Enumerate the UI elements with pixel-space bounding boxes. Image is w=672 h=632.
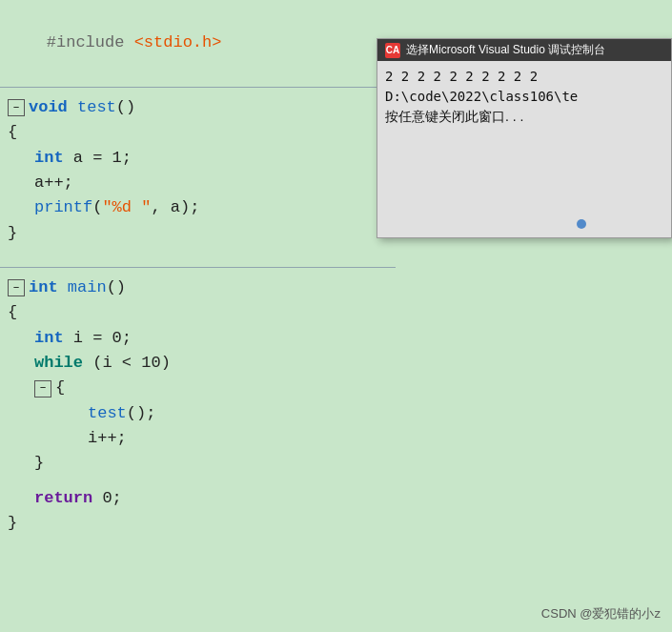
section-divider-2 — [0, 267, 396, 268]
i-increment-line: i++; — [0, 426, 396, 451]
printf-call-line: printf("%d ", a); — [0, 195, 396, 220]
main-brace-close: } — [0, 511, 396, 536]
console-window[interactable]: CA 选择Microsoft Visual Studio 调试控制台 2 2 2… — [377, 38, 672, 238]
console-body: 2 2 2 2 2 2 2 2 2 2 D:\code\2022\class10… — [377, 61, 671, 237]
include-line: #include <stdio.h> — [0, 10, 396, 79]
return-stmt-line: return 0; — [0, 486, 396, 511]
console-output-prompt: 按任意键关闭此窗口. . . — [385, 107, 663, 127]
section-divider-1 — [0, 87, 396, 88]
int-i-decl-line: int i = 0; — [0, 326, 396, 351]
collapse-marker-while[interactable]: − — [34, 380, 51, 398]
console-output-path: D:\code\2022\class106\te — [385, 87, 663, 107]
collapse-marker-void[interactable]: − — [8, 99, 25, 116]
collapse-marker-main[interactable]: − — [8, 279, 25, 296]
while-brace-close: } — [0, 451, 396, 476]
main-brace-open: { — [0, 300, 396, 325]
a-increment-line: a++; — [0, 171, 396, 195]
console-icon: CA — [385, 43, 400, 58]
console-titlebar: CA 选择Microsoft Visual Studio 调试控制台 — [377, 39, 671, 61]
mouse-cursor — [577, 219, 586, 229]
int-a-decl-line: int a = 1; — [0, 146, 396, 171]
watermark: CSDN @爱犯错的小z — [541, 605, 661, 622]
console-title: 选择Microsoft Visual Studio 调试控制台 — [406, 42, 605, 58]
test-call-line: test(); — [0, 401, 396, 426]
console-output-numbers: 2 2 2 2 2 2 2 2 2 2 — [385, 67, 663, 87]
code-editor: #include <stdio.h> − void test() { int a… — [0, 0, 396, 632]
while-stmt-line: while (i < 10) — [0, 351, 396, 376]
void-brace-close: } — [0, 221, 396, 246]
main-func-header-line: − int main() — [0, 275, 396, 300]
void-func-header-line: − void test() — [0, 95, 396, 120]
void-brace-open: { — [0, 120, 396, 145]
while-brace-open: − { — [0, 376, 396, 400]
